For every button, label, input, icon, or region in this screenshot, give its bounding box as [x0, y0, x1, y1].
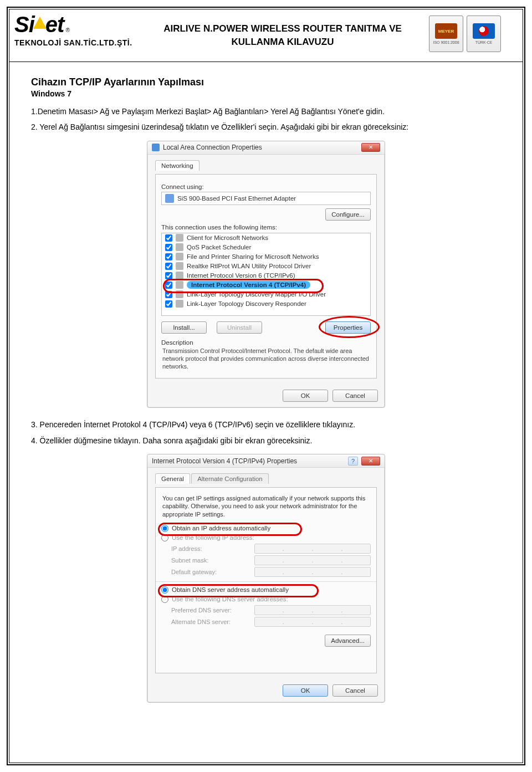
doc-title-line1: AIRLIVE N.POWER WIRELESS ROUTER TANITMA … [136, 22, 429, 35]
radio-input[interactable] [161, 525, 168, 532]
item-checkbox[interactable] [165, 244, 172, 251]
ce-badge-mark [473, 23, 495, 39]
mask-input: ... [254, 555, 371, 565]
list-item[interactable]: Internet Protocol Version 6 (TCP/IPv6) [162, 271, 370, 280]
item-checkbox[interactable] [165, 263, 172, 270]
step-3-text: 3. Pencereden İnternet Protokol 4 (TCP/I… [31, 419, 501, 430]
connect-using-label: Connect using: [161, 183, 371, 190]
item-text: Link-Layer Topology Discovery Responder [187, 300, 306, 307]
dialog1-titlebar: Local Area Connection Properties ✕ [147, 141, 385, 155]
component-icon [176, 281, 183, 289]
list-item[interactable]: QoS Packet Scheduler [162, 243, 370, 252]
gw-input: ... [254, 567, 371, 577]
component-icon [176, 272, 183, 279]
description-label: Description [161, 339, 371, 346]
item-checkbox[interactable] [165, 253, 172, 260]
cancel-button[interactable]: Cancel [332, 390, 378, 402]
items-listbox[interactable]: Client for Microsoft Networks QoS Packet… [161, 233, 371, 316]
ok-button[interactable]: OK [283, 390, 328, 402]
item-checkbox[interactable] [165, 272, 172, 279]
radio-input[interactable] [161, 586, 168, 594]
dns1-label: Preferred DNS server: [171, 607, 249, 613]
items-label: This connection uses the following items… [161, 224, 371, 231]
tab-alternate-config[interactable]: Alternate Configuration [191, 473, 269, 484]
radio-input[interactable] [161, 596, 168, 603]
close-icon[interactable]: ✕ [361, 143, 380, 152]
logo-mark: Si et ® [14, 12, 69, 37]
mask-label: Subnet mask: [171, 557, 249, 564]
dialog2-tab-content: You can get IP settings assigned automat… [155, 487, 377, 673]
dialog1-body: Networking Connect using: SiS 900-Based … [147, 155, 385, 386]
mask-field-row: Subnet mask:... [171, 555, 371, 565]
gw-label: Default gateway: [171, 569, 249, 575]
dialog2-tabs: General Alternate Configuration [155, 473, 377, 484]
advanced-button[interactable]: Advanced... [325, 635, 371, 647]
dialog1-tabs: Networking [155, 160, 377, 171]
dialog2-title-text: Internet Protocol Version 4 (TCP/IPv4) P… [152, 457, 297, 465]
list-item[interactable]: Link-Layer Topology Discovery Responder [162, 299, 370, 309]
radio-use-dns[interactable]: Use the following DNS server addresses: [161, 596, 371, 603]
item-text: Realtke RtlProt WLAN Utility Protocol Dr… [187, 263, 311, 269]
adapter-name-text: SiS 900-Based PCI Fast Ethernet Adapter [177, 195, 296, 202]
lan-properties-dialog: Local Area Connection Properties ✕ Netwo… [147, 141, 385, 408]
list-item-selected[interactable]: Internet Protocol Version 4 (TCP/IPv4) [162, 280, 370, 290]
dialog2-titlebar: Internet Protocol Version 4 (TCP/IPv4) P… [147, 454, 385, 468]
uninstall-button: Uninstall [217, 321, 262, 334]
radio-use-ip[interactable]: Use the following IP address: [161, 534, 371, 541]
step-4-text: 4. Özellikler düğmesine tıklayın. Daha s… [31, 435, 501, 446]
tab-networking[interactable]: Networking [155, 160, 200, 171]
iso-badge-brand: MEYER [435, 23, 457, 39]
ce-badge: TÜRK·CE [467, 16, 501, 52]
item-checkbox[interactable] [165, 282, 172, 289]
company-logo: Si et ® TEKNOLOJİ SAN.TİC.LTD.ŞTİ. [14, 12, 136, 47]
iso-badge: MEYER ISO 9001:2008 [429, 16, 463, 52]
page-body: Cihazın TCP/IP Ayarlarının Yapılması Win… [9, 62, 523, 728]
item-checkbox[interactable] [165, 234, 172, 242]
properties-button[interactable]: Properties [325, 321, 371, 334]
help-icon[interactable]: ? [348, 457, 358, 466]
ip-label: IP address: [171, 545, 249, 552]
radio-obtain-ip[interactable]: Obtain an IP address automatically [161, 525, 371, 532]
section-title: Cihazın TCP/IP Ayarlarının Yapılması [31, 76, 501, 88]
item-checkbox[interactable] [165, 300, 172, 308]
tab-general[interactable]: General [155, 473, 190, 484]
cancel-button[interactable]: Cancel [332, 684, 378, 697]
list-item[interactable]: Client for Microsoft Networks [162, 233, 370, 243]
radio-label: Obtain DNS server address automatically [172, 586, 289, 593]
ce-badge-text: TÜRK·CE [475, 40, 493, 44]
dns2-field-row: Alternate DNS server:... [171, 617, 371, 627]
dns1-input: ... [254, 605, 371, 615]
list-item[interactable]: Link-Layer Topology Discovery Mapper I/O… [162, 290, 370, 299]
dialog1-title-text: Local Area Connection Properties [163, 144, 262, 151]
ok-button[interactable]: OK [283, 684, 328, 697]
logo-cell: Si et ® TEKNOLOJİ SAN.TİC.LTD.ŞTİ. [14, 12, 136, 47]
radio-obtain-dns[interactable]: Obtain DNS server address automatically [161, 586, 371, 594]
item-checkbox[interactable] [165, 291, 172, 298]
gw-field-row: Default gateway:... [171, 567, 371, 577]
dns2-input: ... [254, 617, 371, 627]
logo-text-right: et [45, 12, 64, 37]
adapter-field[interactable]: SiS 900-Based PCI Fast Ethernet Adapter [161, 192, 371, 205]
configure-button[interactable]: Configure... [325, 208, 371, 221]
dialog2-footer: OK Cancel [147, 680, 385, 702]
list-item[interactable]: Realtke RtlProt WLAN Utility Protocol Dr… [162, 262, 370, 271]
item-text: Client for Microsoft Networks [187, 234, 268, 241]
ip-field-row: IP address:... [171, 544, 371, 554]
dialog1-tab-content: Connect using: SiS 900-Based PCI Fast Et… [155, 174, 377, 379]
nic-icon [165, 194, 174, 203]
registered-icon: ® [65, 27, 69, 33]
doc-title-line2: KULLANMA KILAVUZU [136, 35, 429, 49]
dns1-field-row: Preferred DNS server:... [171, 605, 371, 615]
close-icon[interactable]: ✕ [361, 457, 380, 466]
install-button[interactable]: Install... [161, 321, 207, 334]
component-icon [176, 234, 183, 242]
logo-caret-icon [33, 17, 47, 29]
description-text: Transmission Control Protocol/Internet P… [161, 346, 371, 373]
radio-input[interactable] [161, 534, 168, 541]
iso-badge-text: ISO 9001:2008 [433, 40, 459, 44]
company-name-text: TEKNOLOJİ SAN.TİC.LTD.ŞTİ. [14, 38, 132, 47]
item-text: Link-Layer Topology Discovery Mapper I/O… [187, 291, 326, 298]
list-item[interactable]: File and Printer Sharing for Microsoft N… [162, 252, 370, 262]
radio-label: Use the following DNS server addresses: [172, 596, 288, 602]
component-icon [176, 290, 183, 298]
